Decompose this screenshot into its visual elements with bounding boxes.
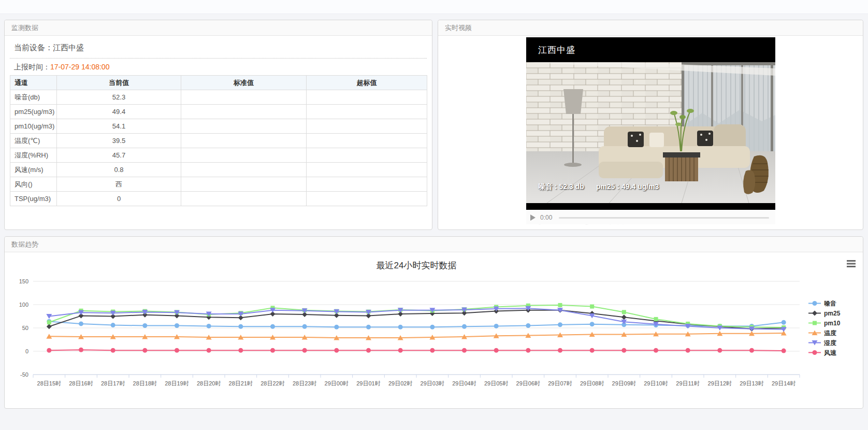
trend-chart-svg: -5005010015028日15时28日16时28日17时28日18时28日1… [5,252,862,408]
x-axis-label: 28日16时 [69,380,93,386]
cell-channel: 湿度(%RH) [10,148,57,163]
series-wind_speed [47,348,786,353]
cell-current: 49.4 [57,105,181,119]
x-axis-label: 29日11时 [676,380,700,386]
x-axis-label: 29日01时 [356,380,380,386]
legend-item-pm10[interactable]: pm10 [808,320,841,327]
play-button[interactable] [530,214,536,221]
table-header-row: 通道 当前值 标准值 超标值 [10,76,427,90]
y-axis-label: 150 [19,278,28,284]
legend-item-noise[interactable]: 噪音 [808,300,836,307]
monitor-panel-title: 监测数据 [5,20,432,36]
cell-current: 45.7 [57,148,181,163]
monitor-data-panel: 监测数据 当前设备：江西中盛 上报时间：17-07-29 14:08:00 通道… [4,20,432,230]
svg-text:风速: 风速 [823,349,837,356]
video-panel-title: 实时视频 [438,20,863,36]
cell-current: 39.5 [57,134,181,148]
cell-over [307,163,427,177]
legend-item-wind_speed[interactable]: 风速 [808,349,837,356]
video-frame[interactable]: 江西中盛 噪音 : 52.3 db pm25 : 49.4 ug/m3 pm10… [526,37,775,210]
report-time-label: 上报时间： [14,63,50,71]
y-axis-label: 50 [22,325,28,331]
realtime-video-panel: 实时视频 [438,20,863,230]
x-axis-label: 29日12时 [708,380,732,386]
table-row: 风速(m/s) 0.8 [10,163,427,177]
svg-text:噪音: 噪音 [824,300,836,307]
x-axis-label: 29日04时 [452,380,476,386]
cell-standard [181,148,307,163]
cell-channel: pm10(ug/m3) [10,119,57,134]
y-axis-label: 100 [19,302,28,308]
x-axis-label: 29日03时 [421,380,444,386]
video-seek-slider[interactable] [559,217,769,219]
legend-item-humidity[interactable]: 湿度 [808,339,836,347]
svg-text:pm10: pm10 [824,320,841,327]
x-axis-label: 28日17时 [101,380,125,386]
cell-current: 52.3 [57,90,181,105]
trend-panel-title: 数据趋势 [5,237,863,252]
x-axis-label: 28日20时 [197,380,221,386]
table-row: 噪音(db) 52.3 [10,90,427,105]
svg-text:温度: 温度 [824,329,836,337]
cell-over [307,177,427,192]
cell-channel: 噪音(db) [10,90,57,105]
col-header-current: 当前值 [57,76,181,90]
page-top-strip [0,0,868,14]
cell-standard [181,119,307,134]
legend-item-pm25[interactable]: pm25 [808,310,841,317]
series-temperature [46,331,786,340]
cell-over [307,119,427,134]
cell-channel: TSP(ug/m3) [10,192,57,206]
svg-text:pm25: pm25 [824,310,841,317]
chart-title: 最近24小时实时数据 [377,261,457,270]
table-row: pm10(ug/m3) 54.1 [10,119,427,134]
cell-current: 0.8 [57,163,181,177]
report-time-value: 17-07-29 14:08:00 [50,63,109,71]
x-axis-label: 28日22时 [261,380,284,386]
x-axis-label: 29日02时 [388,380,412,386]
cell-standard [181,163,307,177]
x-axis-label: 29日06时 [516,380,540,386]
cell-standard [181,90,307,105]
trend-chart: -5005010015028日15时28日16时28日17时28日18时28日1… [5,252,863,409]
channel-table: 通道 当前值 标准值 超标值 噪音(db) 52.3 pm25(ug/m3) 4… [10,75,427,206]
table-row: 温度(℃) 39.5 [10,134,427,148]
x-axis-label: 29日05时 [484,380,508,386]
cell-over [307,192,427,206]
cell-channel: 风速(m/s) [10,163,57,177]
video-controls-bar: 0:00 [526,211,775,224]
x-axis-label: 29日10时 [644,380,668,386]
table-row: pm25(ug/m3) 49.4 [10,105,427,119]
x-axis-label: 29日09时 [612,380,636,386]
cell-over [307,105,427,119]
video-time: 0:00 [540,214,552,221]
x-axis-label: 29日14时 [772,380,795,386]
y-axis-label: 0 [25,348,28,354]
x-axis-label: 28日19时 [165,380,189,386]
cell-current: 54.1 [57,119,181,134]
x-axis-label: 28日15时 [37,380,61,386]
svg-text:湿度: 湿度 [823,339,836,347]
cell-current: 西 [57,177,181,192]
col-header-over: 超标值 [307,76,427,90]
data-trend-panel: 数据趋势 -5005010015028日15时28日16时28日17时28日18… [4,236,863,409]
report-time-line: 上报时间：17-07-29 14:08:00 [14,63,423,72]
overlay-line: 噪音 : 52.3 db pm25 : 49.4 ug/m3 [538,181,660,192]
chart-export-button[interactable] [847,260,856,267]
legend-item-temperature[interactable]: 温度 [808,329,836,337]
cell-standard [181,192,307,206]
video-letterbox-bar [526,203,775,210]
cell-over [307,90,427,105]
x-axis-label: 29日07时 [548,380,572,386]
cell-standard [181,177,307,192]
cell-channel: 温度(℃) [10,134,57,148]
x-axis-label: 29日13时 [740,380,763,386]
current-device-label: 当前设备：江西中盛 [10,40,427,59]
cell-over [307,148,427,163]
table-row: 湿度(%RH) 45.7 [10,148,427,163]
y-axis-label: -50 [20,371,28,378]
cell-standard [181,105,307,119]
x-axis-label: 28日18时 [133,380,157,386]
x-axis-label: 29日08时 [580,380,604,386]
x-axis-label: 29日00时 [325,380,349,386]
